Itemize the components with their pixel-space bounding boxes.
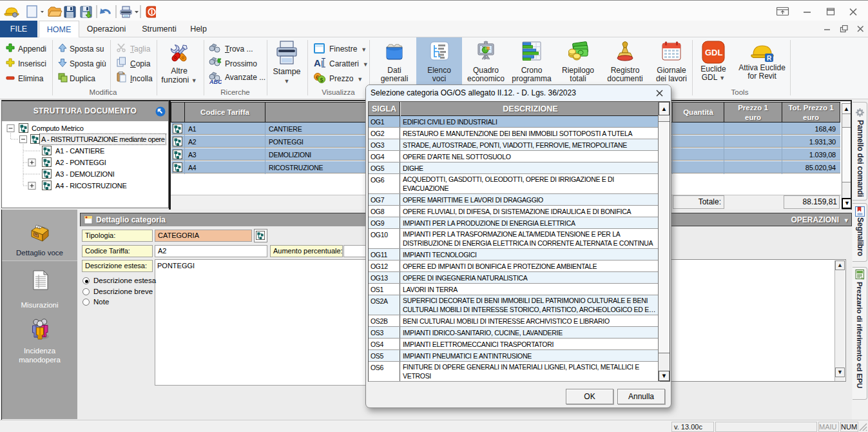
svg-text:GDL: GDL bbox=[705, 48, 723, 57]
svg-text:ABC: ABC bbox=[209, 79, 222, 84]
svg-text:A: A bbox=[314, 57, 321, 68]
svg-text:R: R bbox=[767, 55, 772, 62]
svg-text:$: $ bbox=[320, 77, 323, 83]
